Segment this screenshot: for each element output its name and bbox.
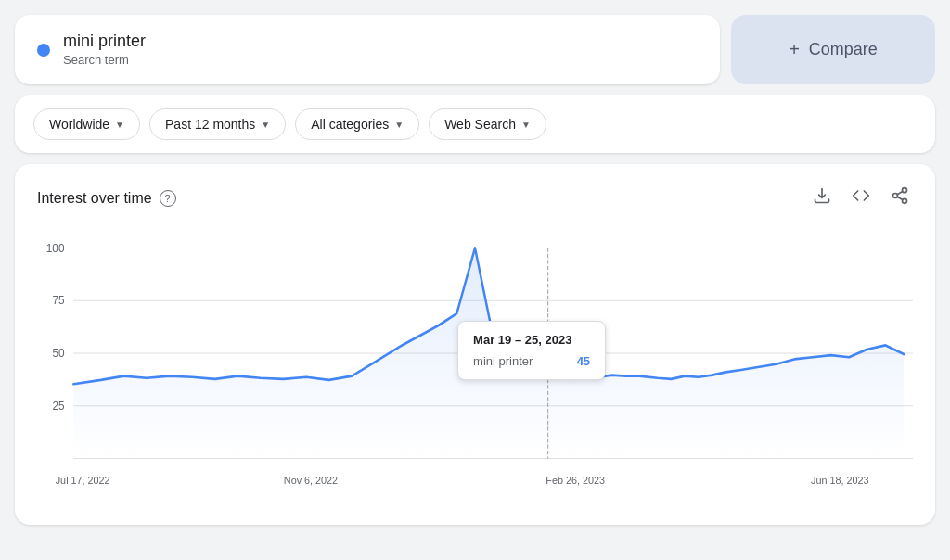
search-term-sublabel: Search term — [63, 53, 129, 67]
filter-websearch[interactable]: Web Search ▼ — [429, 108, 546, 140]
svg-line-4 — [897, 191, 903, 194]
svg-text:100: 100 — [46, 241, 65, 255]
chart-area: 100 75 50 25 Jul 17, 2022 Nov 6, 2022 — [37, 228, 913, 506]
chart-header: Interest over time ? — [37, 183, 913, 213]
svg-text:75: 75 — [52, 294, 64, 308]
help-icon[interactable]: ? — [160, 190, 176, 207]
filter-worldwide-label: Worldwide — [49, 117, 109, 132]
chevron-down-icon: ▼ — [394, 120, 404, 130]
compare-card[interactable]: + Compare — [731, 15, 935, 84]
chevron-down-icon: ▼ — [115, 120, 124, 130]
filter-websearch-label: Web Search — [444, 117, 516, 132]
search-term-label: mini printer — [63, 32, 146, 51]
chevron-down-icon: ▼ — [521, 120, 531, 130]
chart-svg: 100 75 50 25 Jul 17, 2022 Nov 6, 2022 — [37, 228, 913, 506]
filter-past12months[interactable]: Past 12 months ▼ — [149, 108, 286, 140]
embed-code-button[interactable] — [848, 183, 874, 213]
compare-label: Compare — [809, 40, 878, 59]
chevron-down-icon: ▼ — [261, 120, 270, 130]
search-term-text: mini printer Search term — [63, 32, 146, 68]
filter-past12months-label: Past 12 months — [165, 117, 255, 132]
share-button[interactable] — [887, 183, 913, 213]
chart-title: Interest over time — [37, 190, 152, 207]
svg-text:25: 25 — [52, 400, 64, 414]
svg-text:Nov 6, 2022: Nov 6, 2022 — [284, 475, 338, 487]
filter-allcategories-label: All categories — [311, 117, 389, 132]
download-button[interactable] — [809, 183, 835, 213]
svg-line-3 — [897, 197, 903, 199]
svg-text:Jun 18, 2023: Jun 18, 2023 — [811, 475, 868, 487]
compare-plus-icon: + — [789, 39, 800, 60]
filter-worldwide[interactable]: Worldwide ▼ — [33, 108, 140, 140]
chart-title-group: Interest over time ? — [37, 190, 176, 207]
search-term-dot — [37, 44, 50, 57]
chart-card: Interest over time ? — [15, 164, 935, 525]
filters-bar: Worldwide ▼ Past 12 months ▼ All categor… — [15, 95, 935, 153]
chart-actions — [809, 183, 913, 213]
top-section: mini printer Search term + Compare — [15, 15, 935, 84]
svg-text:50: 50 — [52, 347, 64, 361]
svg-text:Feb 26, 2023: Feb 26, 2023 — [546, 475, 605, 487]
search-term-card: mini printer Search term — [15, 15, 720, 84]
filter-allcategories[interactable]: All categories ▼ — [295, 108, 419, 140]
svg-text:Jul 17, 2022: Jul 17, 2022 — [56, 475, 110, 487]
